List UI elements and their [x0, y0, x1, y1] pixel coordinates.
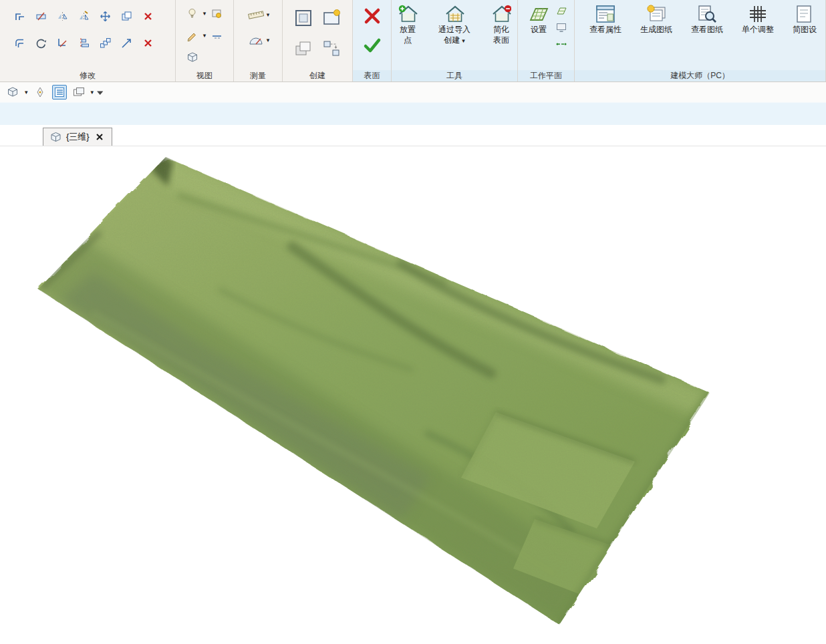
group-frame-icon [294, 9, 313, 27]
workflow-icon [322, 39, 341, 58]
show-workplane-button[interactable] [555, 4, 568, 17]
delete-icon [143, 11, 153, 21]
generate-sheets-icon [646, 4, 667, 24]
view-tab-3d[interactable]: {三维} [43, 128, 112, 146]
create-group-button[interactable] [292, 7, 315, 29]
duplicate-assembly-button[interactable] [292, 37, 315, 60]
thin-lines-toggle-button[interactable] [52, 85, 67, 100]
import-create-label-2: 创建 [444, 35, 460, 45]
offset-button[interactable] [10, 33, 29, 52]
panel-tools-label: 工具 [392, 70, 517, 82]
panel-view-label: 视图 [176, 70, 233, 82]
create-similar-button[interactable] [320, 7, 343, 29]
scale-button[interactable] [117, 33, 136, 52]
mirror-pick-axis-icon [57, 11, 68, 22]
finish-surface-button[interactable] [362, 35, 383, 56]
rotate-button[interactable] [31, 33, 50, 52]
revit-window: 修改 ▾ [0, 0, 826, 644]
workplane-viewer-button[interactable] [555, 21, 568, 34]
import-create-button[interactable]: 通过导入 创建 ▾ [431, 3, 478, 45]
render-icon [211, 8, 223, 19]
measure-angle-button[interactable] [247, 31, 265, 49]
guide-line-button[interactable] [207, 26, 226, 45]
workplane-set-button[interactable]: 设置 [524, 3, 553, 35]
ref-plane-icon [556, 40, 567, 48]
array-icon [100, 37, 111, 49]
generate-sheets-button[interactable]: 生成图纸 [635, 3, 678, 35]
move-icon [100, 11, 111, 22]
view-tab-cube-icon [50, 132, 61, 143]
options-bar [0, 102, 826, 125]
ribbon-toolbar: 修改 ▾ [0, 0, 826, 82]
view-properties-button[interactable]: 查看属性 [584, 3, 627, 35]
tile-windows-dropdown[interactable]: ▾ [91, 90, 94, 95]
single-adjust-button[interactable]: 单个调整 [736, 3, 779, 35]
unjoin-delete-icon [143, 38, 153, 48]
import-create-house-icon [444, 4, 464, 24]
view-sheets-button[interactable]: 查看图纸 [686, 3, 728, 35]
import-create-dropdown[interactable]: ▾ [462, 38, 465, 43]
collapse-toolbar-chevron[interactable]: ▾ [97, 90, 103, 95]
diagram-settings-icon [794, 4, 815, 24]
view-sheets-icon [696, 4, 718, 24]
sketch-dropdown[interactable]: ▾ [203, 33, 206, 38]
show-workplane-icon [556, 6, 567, 16]
cancel-surface-button[interactable] [362, 5, 383, 27]
simplify-surface-house-icon [491, 4, 511, 24]
drawing-area[interactable] [0, 146, 826, 644]
place-point-label-1: 放置 [400, 25, 416, 35]
sketch-button[interactable] [183, 26, 202, 45]
trim-button[interactable] [53, 33, 72, 52]
render-button[interactable] [207, 4, 226, 23]
rotate-icon [35, 37, 47, 49]
cope-button[interactable] [10, 7, 29, 25]
panel-modify-label: 修改 [0, 70, 175, 82]
compass-button[interactable] [33, 85, 47, 100]
mirror-draw-axis-button[interactable] [74, 7, 93, 25]
panel-tools: 放置 点 通过导入 创建 ▾ 简化 表面 [392, 0, 518, 82]
stacked-panels-icon [294, 39, 313, 58]
visibility-dropdown[interactable]: ▾ [203, 11, 206, 16]
panel-master: 查看属性 生成图纸 查看图纸 单个调整 [575, 0, 826, 82]
viewport-3d-canvas[interactable] [0, 146, 826, 644]
array-button[interactable] [96, 33, 114, 52]
finish-check-icon [363, 36, 382, 55]
simplify-surface-button[interactable]: 简化 表面 [480, 3, 522, 45]
align-button[interactable] [74, 33, 93, 52]
move-button[interactable] [96, 7, 114, 25]
measure-distance-dropdown[interactable]: ▾ [267, 12, 270, 17]
guide-line-icon [211, 30, 223, 41]
view-cube-dropdown[interactable]: ▾ [25, 90, 28, 95]
panel-create: 创建 [283, 0, 353, 82]
delete-button[interactable] [138, 7, 157, 25]
measure-distance-button[interactable] [247, 5, 265, 24]
measure-angle-dropdown[interactable]: ▾ [267, 37, 270, 43]
terrain-shading [0, 146, 826, 644]
copy-icon [121, 11, 132, 22]
cancel-x-icon [363, 7, 382, 25]
cut-geometry-button[interactable] [31, 7, 50, 25]
workflow-button[interactable] [320, 37, 343, 60]
offset-icon [14, 37, 25, 49]
single-adjust-grid-icon [747, 4, 769, 24]
default-3d-button[interactable] [183, 48, 202, 67]
tile-windows-icon [73, 87, 85, 98]
copy-button[interactable] [117, 7, 136, 25]
place-point-button[interactable]: 放置 点 [387, 3, 428, 45]
panel-surface-label: 表面 [353, 70, 391, 82]
view-cube-button[interactable] [5, 85, 20, 100]
lightbulb-icon [186, 8, 198, 19]
simplify-surface-label-1: 简化 [493, 25, 509, 35]
diagram-settings-label: 简图设 [793, 25, 817, 35]
unjoin-button[interactable] [138, 33, 157, 52]
view-tab-strip: {三维} [0, 128, 826, 146]
mirror-pick-axis-button[interactable] [53, 7, 72, 25]
visibility-button[interactable] [183, 4, 202, 23]
compass-icon [35, 87, 45, 98]
tile-windows-button[interactable] [72, 85, 86, 100]
ref-plane-button[interactable] [555, 37, 568, 51]
diagram-settings-button[interactable]: 简图设 [787, 3, 822, 35]
view-tab-close-button[interactable] [94, 132, 105, 142]
view-properties-icon [595, 4, 616, 24]
view-properties-label: 查看属性 [589, 25, 622, 35]
